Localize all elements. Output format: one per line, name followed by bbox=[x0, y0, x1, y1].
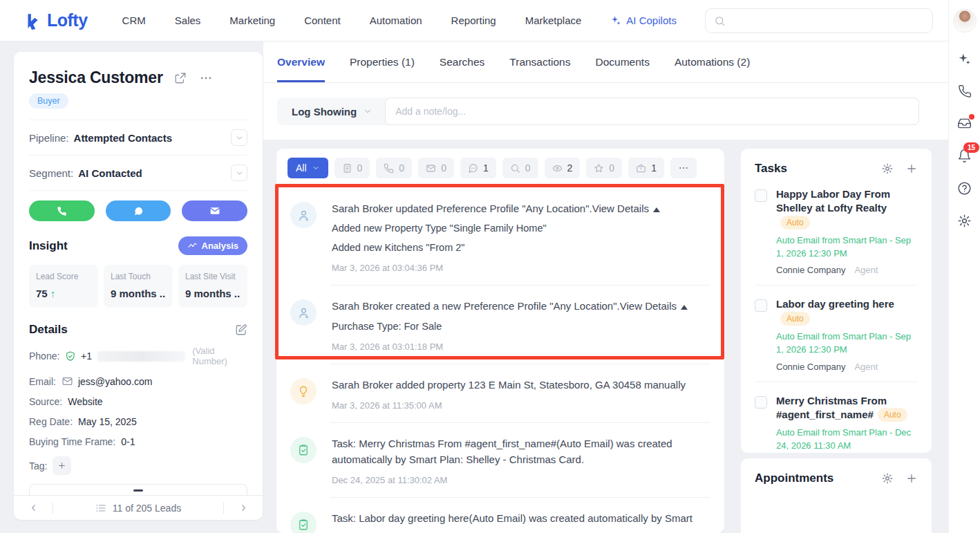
filter-count: 0 bbox=[525, 162, 531, 174]
filter-messages[interactable]: 1 bbox=[460, 158, 496, 178]
task-checkbox[interactable] bbox=[755, 299, 767, 312]
view-details-link[interactable]: View Details bbox=[592, 203, 649, 214]
feed-detail-line: Added new Property Type "Single Family H… bbox=[332, 221, 710, 236]
collapse-icon[interactable] bbox=[653, 207, 660, 212]
reg-date-row: Reg Date: May 15, 2025 bbox=[29, 416, 247, 427]
inbox-button[interactable] bbox=[957, 116, 972, 131]
collapsed-panel-handle[interactable] bbox=[29, 484, 247, 495]
segment-dropdown[interactable] bbox=[231, 165, 247, 181]
notifications-button[interactable]: 15 bbox=[957, 149, 972, 163]
settings-button[interactable] bbox=[957, 214, 972, 228]
previous-lead-button[interactable] bbox=[14, 503, 53, 513]
stat-value: 9 months ... bbox=[185, 288, 241, 299]
dialer-button[interactable] bbox=[958, 84, 972, 98]
view-details-link[interactable]: View Details bbox=[620, 300, 677, 312]
person-icon bbox=[290, 202, 317, 228]
tab-automations[interactable]: Automations (2) bbox=[675, 41, 750, 82]
email-button[interactable] bbox=[182, 200, 247, 221]
edit-details-button[interactable] bbox=[235, 324, 247, 336]
add-appointment-button[interactable] bbox=[905, 472, 918, 485]
filter-emails[interactable]: 0 bbox=[418, 158, 454, 178]
share-lead-button[interactable] bbox=[174, 72, 187, 84]
task-checkbox[interactable] bbox=[755, 189, 767, 202]
help-icon bbox=[957, 181, 972, 196]
tab-transactions[interactable]: Transactions bbox=[509, 41, 570, 82]
briefcase-icon bbox=[636, 163, 646, 174]
add-tag-button[interactable] bbox=[53, 456, 71, 475]
tab-documents[interactable]: Documents bbox=[595, 41, 649, 82]
tab-overview[interactable]: Overview bbox=[277, 41, 325, 82]
pipeline-dropdown[interactable] bbox=[231, 129, 247, 146]
log-showing-dropdown[interactable]: Log Showing bbox=[277, 106, 385, 118]
appointments-settings-button[interactable] bbox=[881, 472, 894, 485]
filter-views[interactable]: 2 bbox=[545, 158, 581, 178]
task-title[interactable]: Happy Labor Day From Shelley at Lofty Re… bbox=[776, 188, 890, 214]
stat-value: 9 months ... bbox=[111, 288, 166, 299]
nav-item-marketplace[interactable]: Marketplace bbox=[525, 15, 582, 26]
add-task-button[interactable] bbox=[905, 162, 918, 175]
task-title[interactable]: Labor day greeting here bbox=[776, 298, 894, 310]
task-title[interactable]: Merry Christmas From #agent_first_name# bbox=[776, 395, 887, 420]
phone-valid-note: (Valid Number) bbox=[192, 346, 247, 366]
collapse-icon[interactable] bbox=[681, 305, 688, 310]
task-item: Happy Labor Day From Shelley at Lofty Re… bbox=[755, 176, 918, 286]
auto-badge: Auto bbox=[780, 312, 810, 326]
lofty-logo[interactable]: Lofty bbox=[23, 10, 88, 30]
tasks-settings-button[interactable] bbox=[881, 162, 894, 175]
phone-icon bbox=[384, 163, 394, 174]
tab-searches[interactable]: Searches bbox=[440, 41, 484, 82]
feed-title: Task: Merry Christmas From #agent_first_… bbox=[332, 436, 710, 468]
ai-copilots-label: AI Copilots bbox=[626, 15, 677, 26]
nav-item-content[interactable]: Content bbox=[304, 15, 341, 26]
filter-all-button[interactable]: All bbox=[288, 158, 328, 178]
feed-timestamp: Dec 24, 2025 at 11:30:02 AM bbox=[332, 475, 710, 485]
list-icon[interactable] bbox=[95, 503, 106, 514]
ellipsis-icon bbox=[199, 71, 213, 85]
nav-item-ai-copilots[interactable]: AI Copilots bbox=[610, 15, 677, 26]
phone-icon bbox=[57, 206, 67, 216]
edit-icon bbox=[235, 324, 247, 336]
task-checkbox[interactable] bbox=[755, 396, 767, 409]
filter-calls[interactable]: 0 bbox=[376, 158, 412, 178]
chevron-down-icon bbox=[363, 106, 373, 116]
buying-time-frame-row: Buying Time Frame: 0-1 bbox=[29, 436, 247, 447]
text-message-button[interactable] bbox=[106, 200, 171, 221]
buying-time-frame-value: 0-1 bbox=[121, 436, 135, 447]
phone-value[interactable]: +1 bbox=[81, 350, 92, 362]
detail-tabs: Overview Properties (1) Searches Transac… bbox=[263, 41, 948, 83]
chevron-left-icon bbox=[28, 503, 39, 513]
nav-item-sales[interactable]: Sales bbox=[175, 15, 201, 26]
search-input[interactable] bbox=[731, 15, 924, 26]
stat-last-touch: Last Touch 9 months ... bbox=[104, 265, 173, 308]
filter-more-button[interactable] bbox=[670, 158, 697, 178]
nav-item-crm[interactable]: CRM bbox=[122, 15, 146, 26]
note-input[interactable] bbox=[385, 97, 919, 125]
filter-notes[interactable]: 0 bbox=[334, 158, 370, 178]
help-button[interactable] bbox=[957, 181, 972, 196]
ai-assistant-button[interactable] bbox=[957, 52, 972, 66]
auto-badge: Auto bbox=[878, 408, 907, 422]
lightbulb-icon bbox=[290, 378, 317, 404]
pipeline-row: Pipeline: Attempted Contacts bbox=[29, 120, 247, 155]
shield-check-icon bbox=[65, 350, 76, 362]
analysis-button[interactable]: Analysis bbox=[178, 236, 247, 255]
tab-properties[interactable]: Properties (1) bbox=[350, 41, 415, 82]
call-button[interactable] bbox=[29, 200, 95, 221]
feed-item: Sarah Broker updated Preference Profile … bbox=[290, 187, 710, 285]
filter-favorites[interactable]: 0 bbox=[586, 158, 622, 178]
nav-item-reporting[interactable]: Reporting bbox=[451, 15, 496, 26]
lead-more-button[interactable] bbox=[199, 71, 213, 85]
filter-searches[interactable]: 0 bbox=[502, 158, 538, 178]
user-avatar[interactable] bbox=[953, 9, 977, 32]
next-lead-button[interactable] bbox=[224, 503, 263, 513]
filter-tasks[interactable]: 1 bbox=[628, 158, 664, 178]
activity-filters: All 0 0 0 1 0 2 0 bbox=[276, 149, 724, 187]
tasks-panel: Tasks Happy Labor Day From Shelley at Lo… bbox=[741, 149, 932, 453]
person-icon bbox=[290, 299, 317, 326]
global-search[interactable] bbox=[705, 8, 933, 33]
task-clipboard-icon bbox=[290, 437, 317, 463]
auto-badge: Auto bbox=[780, 216, 810, 230]
email-value[interactable]: jess@yahoo.com bbox=[78, 376, 153, 387]
nav-item-marketing[interactable]: Marketing bbox=[229, 15, 275, 26]
nav-item-automation[interactable]: Automation bbox=[370, 15, 422, 26]
